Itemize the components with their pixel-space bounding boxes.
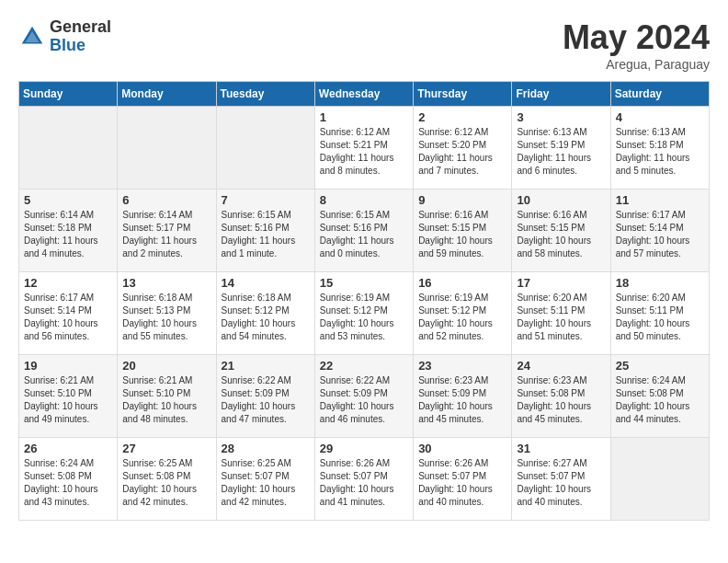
day-number: 5 [24, 193, 112, 207]
day-info: Sunrise: 6:13 AM Sunset: 5:19 PM Dayligh… [517, 126, 605, 178]
title-block: May 2024 Aregua, Paraguay [563, 18, 710, 72]
calendar-cell: 13Sunrise: 6:18 AM Sunset: 5:13 PM Dayli… [118, 272, 216, 355]
day-number: 30 [418, 442, 506, 455]
day-number: 22 [320, 359, 408, 373]
calendar-header: SundayMondayTuesdayWednesdayThursdayFrid… [19, 82, 710, 107]
calendar-cell: 12Sunrise: 6:17 AM Sunset: 5:14 PM Dayli… [19, 272, 118, 355]
day-number: 21 [222, 359, 310, 373]
day-number: 18 [616, 276, 704, 290]
day-info: Sunrise: 6:17 AM Sunset: 5:14 PM Dayligh… [24, 292, 112, 343]
calendar-table: SundayMondayTuesdayWednesdayThursdayFrid… [18, 81, 710, 521]
day-number: 8 [320, 193, 408, 207]
day-info: Sunrise: 6:27 AM Sunset: 5:07 PM Dayligh… [517, 457, 605, 509]
page-header: General Blue May 2024 Aregua, Paraguay [18, 18, 710, 72]
day-info: Sunrise: 6:22 AM Sunset: 5:09 PM Dayligh… [320, 374, 408, 426]
logo-general-text: General [50, 18, 111, 37]
day-info: Sunrise: 6:19 AM Sunset: 5:12 PM Dayligh… [418, 292, 506, 343]
day-number: 1 [320, 110, 408, 124]
calendar-cell [610, 438, 709, 521]
day-info: Sunrise: 6:16 AM Sunset: 5:15 PM Dayligh… [418, 209, 506, 260]
calendar-cell: 28Sunrise: 6:25 AM Sunset: 5:07 PM Dayli… [216, 438, 314, 521]
day-info: Sunrise: 6:24 AM Sunset: 5:08 PM Dayligh… [24, 457, 112, 509]
day-number: 11 [616, 193, 704, 207]
day-info: Sunrise: 6:15 AM Sunset: 5:16 PM Dayligh… [320, 209, 408, 260]
day-info: Sunrise: 6:14 AM Sunset: 5:18 PM Dayligh… [24, 209, 112, 260]
calendar-cell [118, 107, 216, 190]
calendar-cell: 15Sunrise: 6:19 AM Sunset: 5:12 PM Dayli… [314, 272, 413, 355]
day-info: Sunrise: 6:23 AM Sunset: 5:08 PM Dayligh… [517, 374, 605, 426]
weekday-header-friday: Friday [512, 82, 610, 107]
day-info: Sunrise: 6:25 AM Sunset: 5:08 PM Dayligh… [122, 457, 210, 509]
day-number: 29 [320, 442, 408, 455]
calendar-cell: 6Sunrise: 6:14 AM Sunset: 5:17 PM Daylig… [118, 190, 216, 272]
calendar-cell: 2Sunrise: 6:12 AM Sunset: 5:20 PM Daylig… [414, 107, 512, 190]
day-info: Sunrise: 6:16 AM Sunset: 5:15 PM Dayligh… [517, 209, 605, 260]
weekday-header-thursday: Thursday [414, 82, 512, 107]
calendar-cell: 27Sunrise: 6:25 AM Sunset: 5:08 PM Dayli… [118, 438, 216, 521]
logo-icon [18, 23, 46, 51]
day-info: Sunrise: 6:21 AM Sunset: 5:10 PM Dayligh… [24, 374, 112, 426]
day-info: Sunrise: 6:12 AM Sunset: 5:21 PM Dayligh… [320, 126, 408, 178]
calendar-cell: 18Sunrise: 6:20 AM Sunset: 5:11 PM Dayli… [610, 272, 709, 355]
calendar-cell: 1Sunrise: 6:12 AM Sunset: 5:21 PM Daylig… [314, 107, 413, 190]
day-number: 6 [122, 193, 210, 207]
calendar-cell [19, 107, 118, 190]
day-info: Sunrise: 6:13 AM Sunset: 5:18 PM Dayligh… [616, 126, 704, 178]
day-number: 14 [222, 276, 310, 290]
day-info: Sunrise: 6:21 AM Sunset: 5:10 PM Dayligh… [122, 374, 210, 426]
logo-blue-text: Blue [50, 37, 111, 55]
calendar-cell: 20Sunrise: 6:21 AM Sunset: 5:10 PM Dayli… [118, 355, 216, 438]
day-info: Sunrise: 6:25 AM Sunset: 5:07 PM Dayligh… [222, 457, 310, 509]
day-info: Sunrise: 6:14 AM Sunset: 5:17 PM Dayligh… [122, 209, 210, 260]
day-info: Sunrise: 6:24 AM Sunset: 5:08 PM Dayligh… [616, 374, 704, 426]
day-info: Sunrise: 6:17 AM Sunset: 5:14 PM Dayligh… [616, 209, 704, 260]
month-title: May 2024 [563, 18, 710, 57]
calendar-cell [216, 107, 314, 190]
day-info: Sunrise: 6:22 AM Sunset: 5:09 PM Dayligh… [222, 374, 310, 426]
day-number: 13 [122, 276, 210, 290]
day-number: 17 [517, 276, 605, 290]
day-info: Sunrise: 6:19 AM Sunset: 5:12 PM Dayligh… [320, 292, 408, 343]
calendar-cell: 25Sunrise: 6:24 AM Sunset: 5:08 PM Dayli… [610, 355, 709, 438]
day-number: 24 [517, 359, 605, 373]
day-info: Sunrise: 6:26 AM Sunset: 5:07 PM Dayligh… [418, 457, 506, 509]
day-number: 7 [222, 193, 310, 207]
day-number: 15 [320, 276, 408, 290]
day-info: Sunrise: 6:12 AM Sunset: 5:20 PM Dayligh… [418, 126, 506, 178]
weekday-header-monday: Monday [118, 82, 216, 107]
day-number: 4 [616, 110, 704, 124]
calendar-cell: 5Sunrise: 6:14 AM Sunset: 5:18 PM Daylig… [19, 190, 118, 272]
day-number: 2 [418, 110, 506, 124]
calendar-cell: 4Sunrise: 6:13 AM Sunset: 5:18 PM Daylig… [610, 107, 709, 190]
calendar-cell: 9Sunrise: 6:16 AM Sunset: 5:15 PM Daylig… [414, 190, 512, 272]
weekday-header-sunday: Sunday [19, 82, 118, 107]
day-number: 9 [418, 193, 506, 207]
day-number: 26 [24, 442, 112, 455]
day-info: Sunrise: 6:18 AM Sunset: 5:12 PM Dayligh… [222, 292, 310, 343]
calendar-week-3: 12Sunrise: 6:17 AM Sunset: 5:14 PM Dayli… [19, 272, 710, 355]
day-info: Sunrise: 6:15 AM Sunset: 5:16 PM Dayligh… [222, 209, 310, 260]
calendar-cell: 3Sunrise: 6:13 AM Sunset: 5:19 PM Daylig… [512, 107, 610, 190]
calendar-cell: 8Sunrise: 6:15 AM Sunset: 5:16 PM Daylig… [314, 190, 413, 272]
day-info: Sunrise: 6:23 AM Sunset: 5:09 PM Dayligh… [418, 374, 506, 426]
day-number: 10 [517, 193, 605, 207]
day-number: 31 [517, 442, 605, 455]
calendar-cell: 29Sunrise: 6:26 AM Sunset: 5:07 PM Dayli… [314, 438, 413, 521]
day-number: 3 [517, 110, 605, 124]
day-number: 25 [616, 359, 704, 373]
calendar-cell: 17Sunrise: 6:20 AM Sunset: 5:11 PM Dayli… [512, 272, 610, 355]
day-info: Sunrise: 6:26 AM Sunset: 5:07 PM Dayligh… [320, 457, 408, 509]
day-info: Sunrise: 6:20 AM Sunset: 5:11 PM Dayligh… [616, 292, 704, 343]
calendar-cell: 24Sunrise: 6:23 AM Sunset: 5:08 PM Dayli… [512, 355, 610, 438]
day-number: 28 [222, 442, 310, 455]
calendar-cell: 10Sunrise: 6:16 AM Sunset: 5:15 PM Dayli… [512, 190, 610, 272]
day-number: 23 [418, 359, 506, 373]
location: Aregua, Paraguay [563, 57, 710, 72]
day-number: 16 [418, 276, 506, 290]
day-number: 12 [24, 276, 112, 290]
calendar-cell: 14Sunrise: 6:18 AM Sunset: 5:12 PM Dayli… [216, 272, 314, 355]
logo-text: General Blue [50, 18, 111, 55]
day-info: Sunrise: 6:20 AM Sunset: 5:11 PM Dayligh… [517, 292, 605, 343]
calendar-cell: 31Sunrise: 6:27 AM Sunset: 5:07 PM Dayli… [512, 438, 610, 521]
calendar-cell: 19Sunrise: 6:21 AM Sunset: 5:10 PM Dayli… [19, 355, 118, 438]
